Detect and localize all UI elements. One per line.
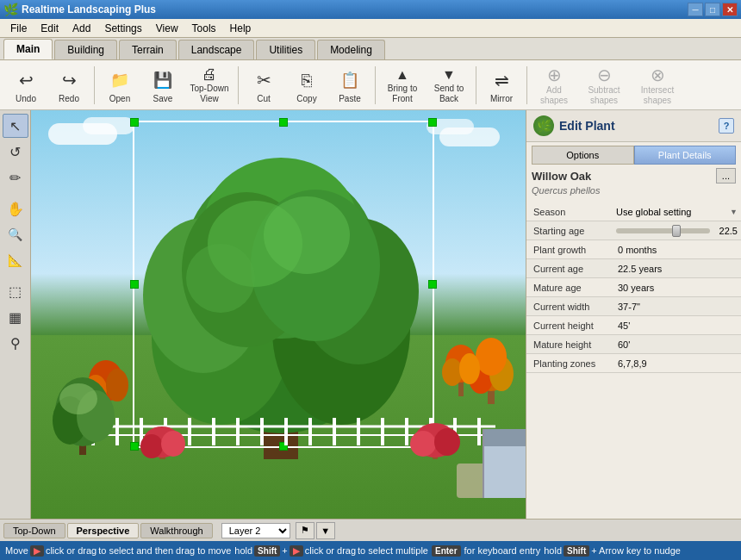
print-icon bbox=[196, 65, 223, 84]
building-peek bbox=[483, 429, 526, 498]
prop-value-planting-zones: 6,7,8,9 bbox=[613, 356, 741, 371]
tab-modeling[interactable]: Modeling bbox=[317, 40, 385, 59]
status-click-drag-label-2: click or drag bbox=[305, 545, 356, 556]
tab-options[interactable]: Options bbox=[532, 146, 634, 165]
subtract-shapes-icon bbox=[590, 65, 618, 85]
prop-label-planting-zones: Planting zones bbox=[526, 356, 613, 371]
tool-hand[interactable]: ✋ bbox=[3, 196, 28, 221]
tab-main[interactable]: Main bbox=[3, 39, 53, 59]
window-controls: ─ □ ✕ bbox=[688, 3, 738, 16]
open-button[interactable]: Open bbox=[99, 64, 140, 107]
canvas-area[interactable]: for(var i=0;i<20;i++){ document.currentS… bbox=[31, 110, 526, 519]
tool-grid[interactable]: ▦ bbox=[3, 305, 28, 329]
arrow-icon: ↖ bbox=[9, 118, 21, 134]
tool-zoom[interactable]: 🔍 bbox=[3, 222, 28, 246]
plant-name-row: Willow Oak ... bbox=[532, 168, 736, 184]
menu-tools[interactable]: Tools bbox=[185, 21, 223, 36]
svg-rect-35 bbox=[212, 418, 215, 445]
save-button[interactable]: Save bbox=[142, 64, 184, 107]
tool-pen[interactable]: ✏ bbox=[3, 165, 28, 190]
prop-row-current-height: Current height 45' bbox=[526, 316, 741, 335]
handle-middle-right[interactable] bbox=[428, 280, 437, 289]
menu-add[interactable]: Add bbox=[65, 21, 97, 36]
svg-rect-36 bbox=[236, 418, 240, 445]
starting-age-slider-track[interactable] bbox=[616, 228, 710, 233]
tool-rotate[interactable]: ↺ bbox=[3, 140, 28, 164]
cut-button[interactable]: Cut bbox=[243, 64, 284, 107]
maximize-button[interactable]: □ bbox=[705, 3, 720, 16]
plant-details-section: Willow Oak ... Quercus phellos bbox=[526, 165, 741, 202]
toolbar-sep-2 bbox=[238, 66, 239, 104]
bring-to-front-button[interactable]: Bring to Front bbox=[380, 64, 425, 107]
starting-age-value: 22.5 bbox=[713, 226, 738, 236]
copy-button[interactable]: Copy bbox=[286, 64, 327, 107]
intersect-shapes-button[interactable]: Intersect shapes bbox=[632, 64, 683, 107]
prop-row-planting-zones: Planting zones 6,7,8,9 bbox=[526, 354, 741, 373]
prop-value-mature-age: 30 years bbox=[613, 280, 741, 296]
tab-plant-details[interactable]: Plant Details bbox=[634, 146, 737, 165]
cloud-4 bbox=[427, 119, 474, 134]
paste-icon bbox=[336, 66, 364, 94]
layer-icon-btn-2[interactable]: ▼ bbox=[316, 522, 335, 539]
view-tab-topdown[interactable]: Top-Down bbox=[3, 523, 65, 538]
app-title: Realtime Landscaping Plus bbox=[22, 3, 156, 16]
tab-landscape[interactable]: Landscape bbox=[178, 40, 255, 59]
svg-point-67 bbox=[161, 431, 185, 457]
layer-icon-btn-1[interactable]: ⚑ bbox=[296, 522, 314, 539]
plant-latin-name: Quercus phellos bbox=[532, 185, 736, 196]
menu-view[interactable]: View bbox=[149, 21, 185, 36]
redo-button[interactable]: Redo bbox=[48, 64, 90, 107]
help-button[interactable]: ? bbox=[719, 118, 734, 134]
mirror-button[interactable]: Mirror bbox=[481, 64, 522, 107]
status-move: Move bbox=[5, 545, 28, 556]
status-hold-2: hold bbox=[544, 545, 562, 556]
undo-button[interactable]: Undo bbox=[5, 64, 47, 107]
menu-help[interactable]: Help bbox=[223, 21, 258, 36]
intersect-shapes-icon bbox=[644, 65, 671, 85]
menu-settings[interactable]: Settings bbox=[97, 21, 148, 36]
send-to-back-button[interactable]: Send to Back bbox=[427, 64, 471, 107]
status-arrow-key: + Arrow key to nudge bbox=[591, 545, 681, 556]
status-plus-1: + bbox=[282, 545, 287, 556]
view-tab-walkthrough[interactable]: Walkthrough bbox=[140, 523, 212, 538]
tool-magnet[interactable]: ⚲ bbox=[3, 331, 28, 355]
tab-utilities[interactable]: Utilities bbox=[256, 40, 315, 59]
view-tab-perspective[interactable]: Perspective bbox=[67, 523, 140, 538]
print-button[interactable]: Top-Down View bbox=[185, 64, 234, 107]
layer-select[interactable]: Layer 2 bbox=[221, 523, 290, 538]
prop-row-current-width: Current width 37-7" bbox=[526, 297, 741, 316]
small-bush bbox=[48, 352, 117, 457]
svg-rect-46 bbox=[477, 418, 481, 445]
tab-terrain[interactable]: Terrain bbox=[119, 40, 177, 59]
status-click-drag-label: click or drag bbox=[46, 545, 97, 556]
status-click-drag-1: ▶ bbox=[30, 545, 44, 557]
svg-point-66 bbox=[140, 434, 163, 458]
starting-age-slider-thumb[interactable] bbox=[672, 225, 681, 237]
subtract-shapes-button[interactable]: Subtract shapes bbox=[578, 64, 630, 107]
add-shapes-button[interactable]: Add shapes bbox=[532, 64, 576, 107]
prop-label-current-height: Current height bbox=[526, 318, 613, 333]
shrub-left bbox=[139, 420, 186, 462]
tool-arrow[interactable]: ↖ bbox=[3, 114, 28, 138]
grid-icon: ▦ bbox=[9, 309, 22, 326]
tab-building[interactable]: Building bbox=[54, 40, 117, 59]
status-bar: Move ▶ click or drag to select and then … bbox=[0, 541, 741, 560]
toolbar-sep-3 bbox=[375, 66, 376, 104]
close-button[interactable]: ✕ bbox=[722, 3, 738, 16]
svg-rect-43 bbox=[405, 418, 408, 445]
plant-name: Willow Oak bbox=[532, 170, 713, 183]
prop-label-starting-age: Starting age bbox=[526, 223, 613, 239]
browse-button[interactable]: ... bbox=[716, 168, 736, 184]
paste-button[interactable]: Paste bbox=[329, 64, 370, 107]
toolbar-sep-1 bbox=[94, 66, 95, 104]
dropdown-arrow-icon: ▼ bbox=[730, 208, 738, 216]
menu-file[interactable]: File bbox=[3, 21, 34, 36]
menu-edit[interactable]: Edit bbox=[34, 21, 65, 36]
tool-frame[interactable]: ⬚ bbox=[3, 279, 28, 303]
status-hold-1: hold bbox=[234, 545, 252, 556]
tool-measure[interactable]: 📐 bbox=[3, 248, 28, 272]
minimize-button[interactable]: ─ bbox=[688, 3, 703, 16]
prop-label-season: Season bbox=[526, 204, 613, 220]
svg-point-25 bbox=[264, 196, 350, 274]
redo-icon bbox=[55, 66, 83, 94]
